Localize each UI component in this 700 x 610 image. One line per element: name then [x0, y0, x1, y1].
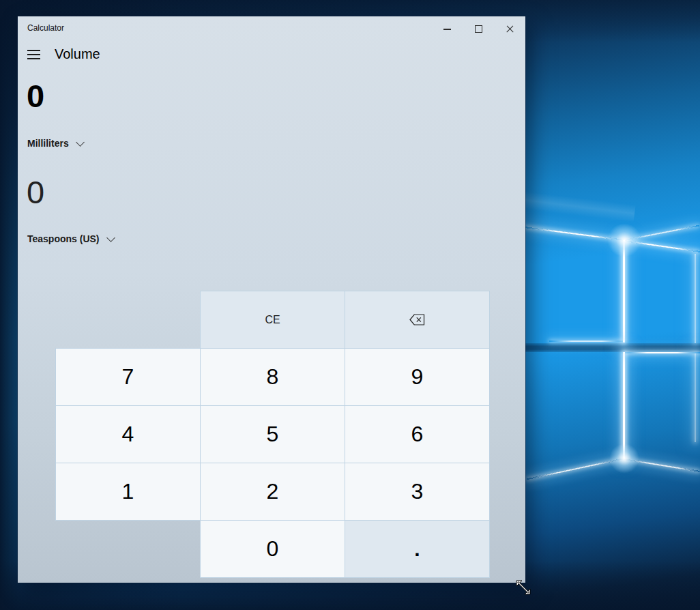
light-beam-bottom-left	[527, 458, 624, 480]
digit-0-button[interactable]: 0	[200, 520, 345, 578]
from-value-display[interactable]: 0	[27, 80, 44, 112]
light-beam-bottom-right	[624, 459, 700, 472]
logo-vertex-glow-top	[607, 223, 641, 257]
from-unit-dropdown[interactable]: Milliliters	[27, 138, 83, 149]
close-icon	[506, 25, 514, 33]
digit-1-button[interactable]: 1	[55, 463, 201, 521]
page-title: Volume	[55, 46, 100, 62]
logo-right-pane-edge-bottom	[695, 353, 696, 442]
logo-pane-top-edge-right	[624, 352, 700, 353]
light-beam-right-down	[624, 240, 700, 252]
minimize-button[interactable]	[431, 16, 463, 41]
digit-7-button[interactable]: 7	[55, 348, 201, 406]
digit-3-button[interactable]: 3	[345, 463, 490, 521]
keypad-spacer	[55, 520, 201, 578]
window-title: Calculator	[27, 23, 64, 33]
clear-entry-button[interactable]: CE	[200, 291, 345, 349]
digit-5-button[interactable]: 5	[200, 405, 345, 463]
digit-4-button[interactable]: 4	[55, 405, 201, 463]
minimize-icon	[443, 29, 451, 30]
decimal-button[interactable]: .	[345, 520, 490, 578]
digit-9-button[interactable]: 9	[345, 348, 490, 406]
backspace-icon	[409, 314, 425, 325]
resize-diagonal-cursor-icon	[514, 578, 533, 597]
digit-8-button[interactable]: 8	[200, 348, 345, 406]
logo-right-pane-edge-top	[695, 254, 696, 343]
to-unit-dropdown[interactable]: Teaspoons (US)	[27, 233, 114, 244]
maximize-button[interactable]	[463, 16, 494, 41]
to-unit-label: Teaspoons (US)	[27, 233, 100, 244]
logo-vertical-edge-top	[623, 240, 625, 343]
keypad-spacer	[55, 291, 201, 349]
keypad: CE 7 8 9 4 5 6 1 2 3 0 .	[55, 291, 489, 577]
backspace-button[interactable]	[345, 291, 490, 349]
maximize-icon	[475, 25, 482, 33]
chevron-down-icon	[76, 138, 85, 147]
digit-2-button[interactable]: 2	[200, 463, 345, 521]
logo-vertical-edge-bottom	[623, 352, 625, 459]
light-beam-left	[525, 227, 624, 241]
to-value-display[interactable]: 0	[27, 176, 44, 208]
close-button[interactable]	[494, 16, 525, 41]
hamburger-menu-button[interactable]	[27, 50, 40, 59]
title-bar[interactable]: Calculator	[18, 16, 525, 41]
logo-crossbar-shadow	[525, 343, 700, 352]
chevron-down-icon	[106, 233, 115, 242]
calculator-window: Calculator Volume 0 Milliliters 0 Teaspo…	[18, 16, 525, 583]
logo-pane-bottom-edge-left	[549, 340, 624, 342]
from-unit-label: Milliliters	[27, 138, 69, 149]
caption-buttons	[431, 16, 525, 41]
light-beam-right-up	[624, 225, 699, 241]
hamburger-menu-icon	[27, 50, 40, 51]
digit-6-button[interactable]: 6	[345, 405, 490, 463]
logo-vertex-glow-bottom	[609, 444, 639, 474]
